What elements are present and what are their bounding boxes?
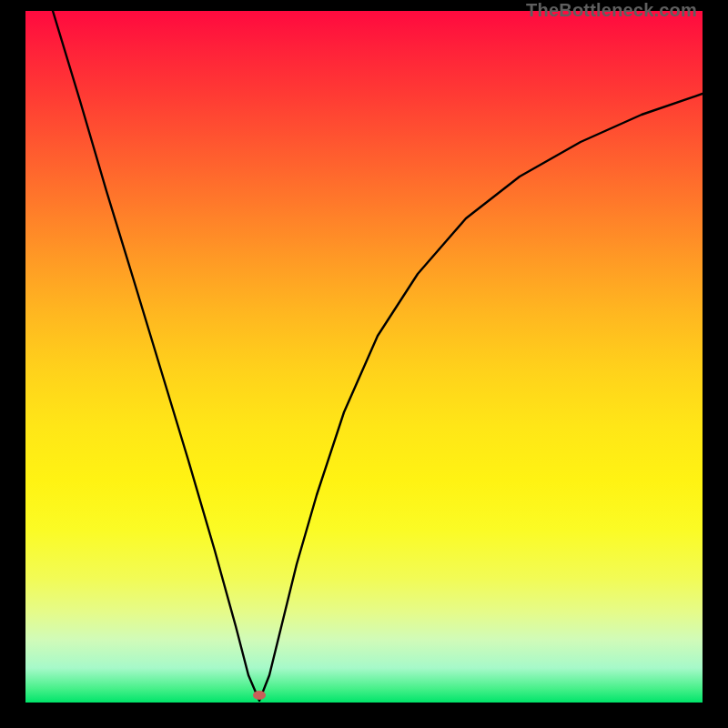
v-curve [25,11,703,703]
min-marker [253,691,266,700]
watermark-text: TheBottleneck.com [526,0,697,21]
chart-frame: TheBottleneck.com [0,0,728,728]
plot-area [25,11,703,703]
curve-path [53,11,703,701]
